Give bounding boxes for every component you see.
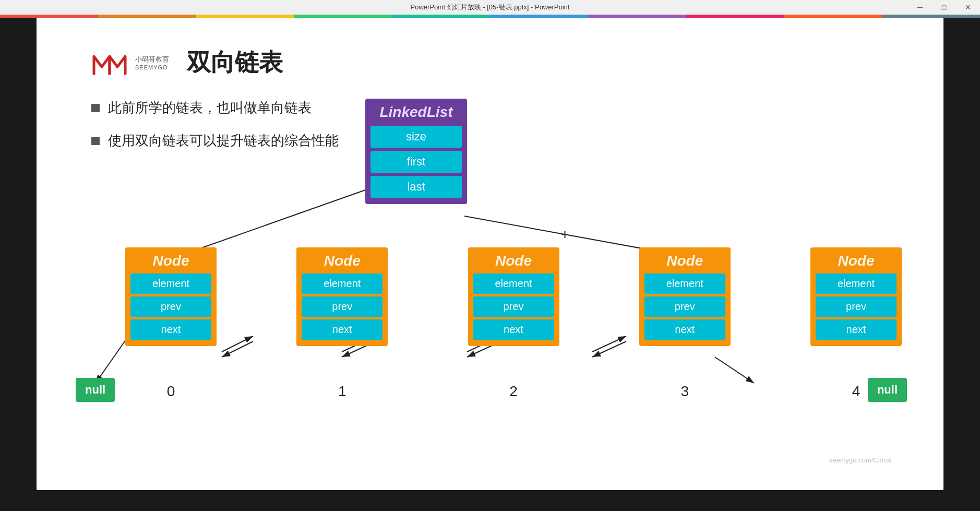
bullet-2: 使用双向链表可以提升链表的综合性能 bbox=[91, 132, 339, 150]
node-2-next: next bbox=[473, 319, 554, 340]
node-0-element: element bbox=[130, 274, 211, 294]
node-3: Node element prev next bbox=[639, 247, 731, 346]
node-2-prev: prev bbox=[473, 296, 554, 317]
maximize-button[interactable]: □ bbox=[932, 0, 956, 15]
ll-field-size: size bbox=[371, 126, 462, 148]
node-3-title: Node bbox=[644, 253, 725, 269]
index-0: 0 bbox=[125, 383, 217, 400]
node-1: Node element prev next bbox=[296, 247, 388, 346]
cursor-position: ✛ bbox=[561, 229, 569, 241]
ll-field-last: last bbox=[371, 176, 462, 198]
bullet-text-1: 此前所学的链表，也叫做单向链表 bbox=[108, 99, 312, 117]
index-1: 1 bbox=[296, 383, 388, 400]
node-1-title: Node bbox=[302, 253, 383, 269]
bullet-1: 此前所学的链表，也叫做单向链表 bbox=[91, 99, 339, 117]
node-4-prev: prev bbox=[816, 296, 897, 317]
svg-line-13 bbox=[715, 357, 754, 383]
node-1-element: element bbox=[302, 274, 383, 294]
index-labels: 0 1 2 3 4 bbox=[125, 383, 902, 400]
node-3-prev: prev bbox=[644, 296, 725, 317]
node-3-next: next bbox=[644, 319, 725, 340]
linkedlist-box: LinkedList size first last bbox=[365, 99, 467, 204]
node-3-element: element bbox=[644, 274, 725, 294]
node-0-title: Node bbox=[130, 253, 211, 269]
node-4-element: element bbox=[816, 274, 897, 294]
logo-icon bbox=[91, 49, 128, 77]
ll-field-first: first bbox=[371, 151, 462, 173]
null-right: null bbox=[868, 378, 907, 402]
linkedlist-title: LinkedList bbox=[371, 104, 462, 121]
node-1-next: next bbox=[302, 319, 383, 340]
close-button[interactable]: ✕ bbox=[956, 0, 980, 15]
logo-text: 小码哥教育 SEEMYGO bbox=[135, 55, 169, 70]
nodes-area: Node element prev next Node element prev… bbox=[125, 247, 902, 346]
logo-area: 小码哥教育 SEEMYGO 双向链表 bbox=[91, 46, 283, 79]
node-0: Node element prev next bbox=[125, 247, 217, 346]
null-left: null bbox=[76, 378, 115, 402]
node-2-element: element bbox=[473, 274, 554, 294]
titlebar: PowerPoint 幻灯片放映 - [05-链表.pptx] - PowerP… bbox=[0, 0, 980, 15]
node-2: Node element prev next bbox=[468, 247, 559, 346]
node-1-prev: prev bbox=[302, 296, 383, 317]
titlebar-title: PowerPoint 幻灯片放映 - [05-链表.pptx] - PowerP… bbox=[411, 3, 570, 12]
bullet-square-1 bbox=[91, 104, 100, 112]
slide-title: 双向链表 bbox=[187, 46, 283, 79]
svg-line-2 bbox=[185, 190, 365, 254]
titlebar-controls: ─ □ ✕ bbox=[908, 0, 980, 15]
slide: 小码哥教育 SEEMYGO 双向链表 此前所学的链表，也叫做单向链表 使用双向链… bbox=[37, 18, 943, 490]
minimize-button[interactable]: ─ bbox=[908, 0, 932, 15]
bullet-text-2: 使用双向链表可以提升链表的综合性能 bbox=[108, 132, 339, 150]
node-0-prev: prev bbox=[130, 296, 211, 317]
bullets-list: 此前所学的链表，也叫做单向链表 使用双向链表可以提升链表的综合性能 bbox=[91, 99, 339, 164]
index-2: 2 bbox=[468, 383, 559, 400]
watermark: seemygo.com/Cirrus bbox=[829, 456, 891, 464]
node-4-title: Node bbox=[816, 253, 897, 269]
bullet-square-2 bbox=[91, 137, 100, 145]
node-4: Node element prev next bbox=[810, 247, 902, 346]
node-4-next: next bbox=[816, 319, 897, 340]
node-0-next: next bbox=[130, 319, 211, 340]
index-3: 3 bbox=[639, 383, 731, 400]
node-2-title: Node bbox=[473, 253, 554, 269]
